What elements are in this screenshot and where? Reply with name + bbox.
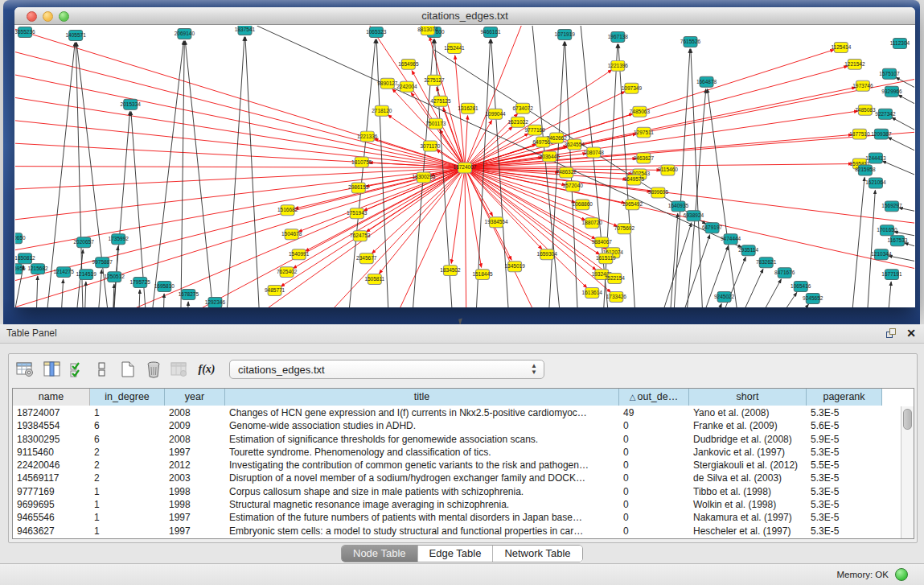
table-row[interactable]: 2242004622012Investigating the contribut… bbox=[13, 459, 901, 472]
graph-node[interactable] bbox=[661, 165, 675, 175]
graph-node[interactable] bbox=[490, 217, 503, 228]
graph-node[interactable] bbox=[651, 187, 665, 198]
graph-node[interactable] bbox=[608, 274, 622, 284]
graph-node[interactable] bbox=[350, 208, 363, 219]
graph-node[interactable] bbox=[516, 103, 530, 113]
graph-node[interactable] bbox=[585, 288, 599, 299]
graph-node[interactable] bbox=[610, 292, 623, 303]
network-window-titlebar[interactable]: citations_edges.txt bbox=[14, 7, 915, 25]
graph-node[interactable] bbox=[484, 27, 498, 37]
graph-node[interactable] bbox=[400, 81, 413, 92]
graph-node[interactable] bbox=[15, 264, 23, 274]
graph-node[interactable] bbox=[550, 133, 564, 143]
scrollbar-thumb[interactable] bbox=[903, 409, 912, 430]
column-header-pagerank[interactable]: pagerank bbox=[807, 389, 882, 406]
graph-node[interactable] bbox=[585, 218, 599, 229]
table-row[interactable]: 1872400712008Changes of HCN gene express… bbox=[13, 406, 901, 419]
graph-node[interactable] bbox=[380, 78, 394, 89]
select-all-checklist-button[interactable] bbox=[67, 358, 89, 381]
graph-node[interactable] bbox=[292, 249, 306, 260]
graph-node[interactable] bbox=[576, 200, 589, 210]
graph-node[interactable] bbox=[427, 75, 441, 85]
column-header-short[interactable]: short bbox=[689, 389, 807, 406]
graph-node[interactable] bbox=[611, 60, 625, 71]
float-panel-icon[interactable] bbox=[886, 328, 897, 339]
graph-node[interactable] bbox=[238, 26, 252, 35]
graph-node[interactable] bbox=[874, 249, 888, 260]
select-columns-button[interactable] bbox=[41, 358, 64, 381]
graph-node[interactable] bbox=[421, 26, 434, 35]
graph-node[interactable] bbox=[368, 274, 381, 285]
graph-node[interactable] bbox=[587, 147, 601, 158]
graph-node[interactable] bbox=[625, 83, 639, 93]
new-table-button[interactable] bbox=[117, 358, 139, 381]
graph-node[interactable] bbox=[511, 117, 525, 127]
graph-node[interactable] bbox=[124, 99, 138, 109]
graph-node[interactable] bbox=[885, 86, 898, 97]
graph-node[interactable] bbox=[890, 236, 904, 246]
table-settings-button[interactable] bbox=[14, 358, 36, 381]
graph-node[interactable] bbox=[69, 30, 83, 40]
column-header-name[interactable]: name bbox=[13, 389, 90, 406]
tab-edge-table[interactable]: Edge Table bbox=[418, 546, 494, 562]
graph-node[interactable] bbox=[869, 178, 882, 188]
graph-node[interactable] bbox=[717, 292, 731, 303]
row-options-button[interactable] bbox=[91, 358, 113, 381]
graph-node[interactable] bbox=[869, 153, 882, 163]
table-row[interactable]: 946362711997Embryonic stem cells: a mode… bbox=[13, 525, 901, 538]
table-row[interactable]: 946554611997Estimation of the future num… bbox=[13, 511, 901, 524]
graph-node[interactable] bbox=[375, 105, 388, 116]
graph-node[interactable] bbox=[741, 245, 755, 256]
graph-node[interactable] bbox=[401, 59, 415, 69]
column-header-title[interactable]: title bbox=[225, 389, 619, 406]
graph-node[interactable] bbox=[848, 59, 861, 69]
graph-node[interactable] bbox=[878, 109, 892, 119]
delete-trash-button[interactable] bbox=[142, 358, 165, 381]
graph-node[interactable] bbox=[423, 141, 437, 151]
graph-node[interactable] bbox=[543, 151, 556, 162]
table-row[interactable]: 1456911722003Disruption of a novel membe… bbox=[13, 472, 901, 484]
graph-node[interactable] bbox=[31, 264, 45, 274]
graph-node[interactable] bbox=[536, 137, 550, 147]
graph-node[interactable] bbox=[57, 267, 71, 278]
graph-node[interactable] bbox=[856, 80, 869, 91]
graph-node[interactable] bbox=[806, 294, 819, 304]
column-header-in_degree[interactable]: in_degree bbox=[90, 389, 165, 406]
graph-node[interactable] bbox=[433, 96, 447, 106]
graph-node[interactable] bbox=[540, 249, 554, 260]
graph-node[interactable] bbox=[280, 267, 294, 278]
graph-node[interactable] bbox=[268, 286, 281, 296]
graph-node[interactable] bbox=[834, 42, 848, 52]
graph-node[interactable] bbox=[18, 27, 32, 37]
graph-node[interactable] bbox=[611, 31, 625, 42]
graph-node[interactable] bbox=[281, 205, 294, 216]
graph-node[interactable] bbox=[566, 181, 580, 192]
graph-node[interactable] bbox=[637, 127, 651, 138]
close-panel-icon[interactable]: ✕ bbox=[906, 327, 916, 340]
graph-node[interactable] bbox=[684, 36, 697, 47]
graph-node[interactable] bbox=[595, 237, 609, 248]
table-row[interactable]: 911546021997Tourette syndrome. Phenomeno… bbox=[13, 446, 901, 459]
graph-node[interactable] bbox=[700, 76, 713, 87]
graph-node[interactable] bbox=[778, 268, 791, 278]
graph-node[interactable] bbox=[461, 103, 474, 113]
graph-node[interactable] bbox=[528, 125, 542, 135]
graph-node[interactable] bbox=[885, 270, 898, 280]
graph-hub-node[interactable] bbox=[458, 163, 471, 173]
column-header-year[interactable]: year bbox=[165, 389, 225, 406]
graph-node[interactable] bbox=[447, 43, 461, 53]
graph-node[interactable] bbox=[443, 266, 457, 276]
graph-node[interactable] bbox=[637, 153, 651, 163]
graph-node[interactable] bbox=[285, 229, 298, 240]
network-canvas[interactable]: 3655236140557120691401837541106532315276… bbox=[15, 26, 914, 307]
graph-node[interactable] bbox=[489, 109, 503, 119]
graph-node[interactable] bbox=[626, 200, 639, 210]
graph-node[interactable] bbox=[112, 234, 125, 245]
graph-node[interactable] bbox=[724, 234, 737, 245]
graph-node[interactable] bbox=[794, 282, 807, 292]
graph-node[interactable] bbox=[568, 139, 581, 150]
column-header-out_degree[interactable]: △out_de… bbox=[619, 389, 689, 406]
graph-node[interactable] bbox=[429, 118, 442, 129]
graph-node[interactable] bbox=[627, 175, 641, 185]
graph-node[interactable] bbox=[633, 106, 647, 117]
